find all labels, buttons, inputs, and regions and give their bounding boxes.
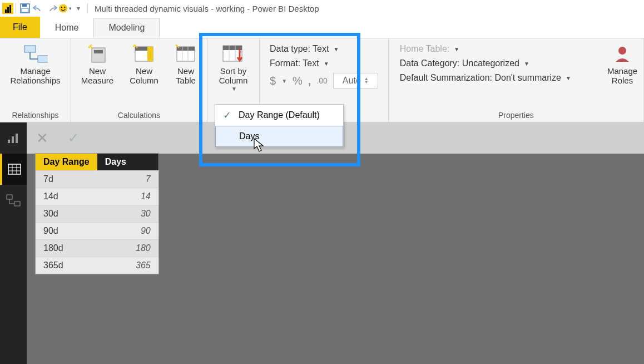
column-icon — [132, 44, 156, 64]
new-column-button[interactable]: New Column — [122, 41, 166, 86]
ribbon-tabs: File Home Modeling — [0, 17, 644, 38]
check-icon: ✓ — [221, 109, 233, 121]
manage-relationships-label: Manage Relationships — [10, 66, 60, 86]
svg-point-3 — [59, 4, 67, 12]
manage-roles-label: Manage Roles — [607, 66, 637, 86]
manage-relationships-button[interactable]: Manage Relationships — [3, 41, 68, 86]
tab-home[interactable]: Home — [40, 18, 94, 38]
chevron-down-icon: ▼ — [566, 75, 571, 81]
undo-icon[interactable] — [32, 2, 45, 15]
table-icon — [174, 44, 198, 64]
chevron-down-icon: ▼ — [324, 61, 329, 67]
window-title: Multi threaded dynamic visuals - working… — [95, 4, 319, 13]
svg-rect-12 — [147, 47, 153, 61]
group-label-relationships: Relationships — [12, 109, 58, 122]
svg-rect-8 — [92, 48, 105, 62]
group-calculations: New Measure New Column New Table Calcula… — [71, 38, 207, 122]
chevron-down-icon: ▼ — [454, 46, 459, 52]
new-table-button[interactable]: New Table — [169, 41, 202, 86]
home-table-dropdown[interactable]: Home Table:▼ — [400, 44, 571, 54]
home-table-label: Home Table: — [400, 44, 450, 54]
svg-rect-9 — [94, 50, 103, 53]
titlebar: ▾ ▾ Multi threaded dynamic visuals - wor… — [0, 0, 644, 17]
percent-icon[interactable]: % — [293, 75, 303, 87]
redo-icon[interactable] — [45, 2, 58, 15]
currency-icon[interactable]: $ — [270, 75, 276, 87]
group-properties: Home Table:▼ Data Category: Uncategorize… — [389, 38, 644, 122]
tab-file[interactable]: File — [0, 17, 40, 38]
auto-label: Auto — [343, 76, 361, 86]
save-icon[interactable] — [18, 2, 32, 15]
group-label-properties: Properties — [498, 109, 534, 122]
group-label-calculations: Calculations — [118, 109, 160, 122]
chevron-down-icon: ▼ — [333, 46, 339, 52]
default-summarization-label: Default Summarization: Don't summarize — [400, 73, 561, 83]
data-type-dropdown[interactable]: Data type: Text▼ — [270, 44, 378, 54]
decimals-auto-field[interactable]: Auto ▲▼ — [333, 73, 378, 88]
comma-icon[interactable]: , — [308, 75, 311, 87]
chevron-down-icon: ▼ — [524, 61, 529, 67]
group-relationships: Manage Relationships Relationships — [0, 38, 71, 122]
svg-point-4 — [61, 7, 62, 8]
person-icon — [610, 44, 635, 64]
sort-menu-item-default[interactable]: ✓ Day Range (Default) — [215, 105, 343, 122]
svg-point-21 — [618, 47, 626, 55]
svg-rect-14 — [177, 47, 195, 51]
new-column-label: New Column — [130, 66, 158, 86]
svg-rect-7 — [38, 56, 48, 62]
format-label: Format: Text — [270, 58, 319, 68]
new-measure-label: New Measure — [81, 66, 113, 86]
svg-rect-6 — [24, 46, 36, 52]
format-dropdown[interactable]: Format: Text▼ — [270, 58, 378, 68]
smiley-icon[interactable]: ▾ — [58, 2, 72, 15]
relationships-icon — [23, 44, 48, 64]
chevron-down-icon: ▼ — [231, 86, 237, 92]
spinner-icon[interactable]: ▲▼ — [364, 77, 369, 84]
decimal-icon[interactable]: .00 — [316, 76, 327, 85]
data-type-label: Data type: Text — [270, 44, 329, 54]
sort-by-column-label: Sort by Column — [219, 66, 248, 86]
sort-menu-label: Day Range (Default) — [239, 110, 320, 120]
sort-by-column-menu: ✓ Day Range (Default) Days — [215, 104, 344, 122]
chevron-down-icon: ▼ — [281, 78, 287, 84]
svg-rect-1 — [22, 4, 27, 7]
qatoolbar-customize-icon[interactable]: ▾ — [72, 2, 85, 15]
sort-icon — [221, 44, 246, 64]
measure-icon — [85, 44, 110, 64]
new-measure-button[interactable]: New Measure — [76, 41, 119, 86]
separator — [87, 3, 88, 13]
tab-modeling[interactable]: Modeling — [93, 18, 160, 38]
separator — [16, 3, 16, 13]
data-category-label: Data Category: Uncategorized — [400, 58, 519, 68]
svg-rect-2 — [22, 8, 28, 12]
manage-roles-button[interactable]: Manage Roles — [606, 41, 639, 86]
new-table-label: New Table — [176, 66, 196, 86]
default-summarization-dropdown[interactable]: Default Summarization: Don't summarize▼ — [400, 73, 571, 83]
data-category-dropdown[interactable]: Data Category: Uncategorized▼ — [400, 58, 571, 68]
sort-by-column-button[interactable]: Sort by Column▼ — [210, 41, 257, 92]
app-logo-icon — [2, 3, 13, 14]
svg-point-5 — [64, 7, 65, 8]
